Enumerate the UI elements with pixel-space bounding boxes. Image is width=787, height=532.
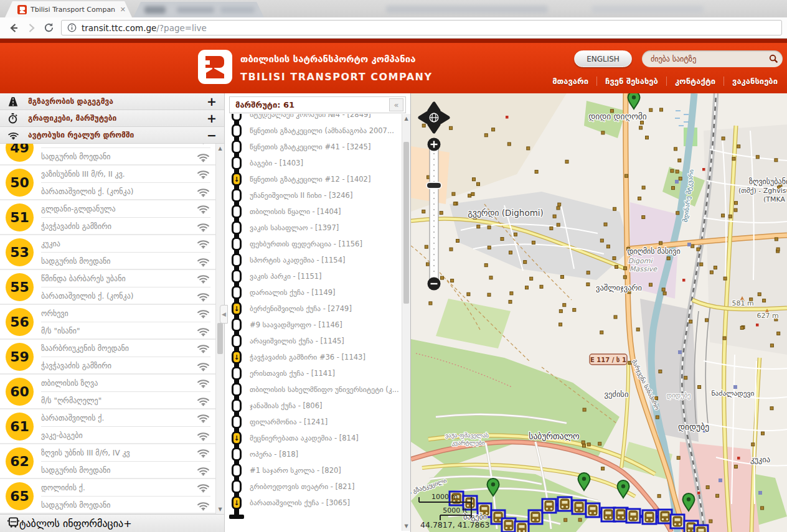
wifi-icon[interactable] <box>196 152 210 162</box>
bus-stop-dot-icon[interactable] <box>777 332 780 335</box>
bus-stop-dot-icon[interactable] <box>714 266 717 269</box>
bus-stop-dot-icon[interactable] <box>761 432 765 435</box>
wifi-icon[interactable] <box>196 238 210 249</box>
bus-stop-dot-icon[interactable] <box>514 233 517 236</box>
bus-stop-dot-icon[interactable] <box>601 131 605 134</box>
bus-stop-dot-icon[interactable] <box>477 225 480 228</box>
bus-stop-dot-icon[interactable] <box>638 197 641 200</box>
bus-stop-dot-icon[interactable] <box>623 276 626 279</box>
bus-stop-dot-icon[interactable] <box>691 245 694 248</box>
scroll-down-icon[interactable]: ▼ <box>216 506 224 512</box>
ttc-logo[interactable] <box>198 50 232 84</box>
bus-stop-dot-icon[interactable] <box>684 376 687 380</box>
scroll-up-icon[interactable]: ▲ <box>216 146 224 151</box>
bus-stop-dot-icon[interactable] <box>676 170 679 173</box>
wifi-icon[interactable] <box>196 203 210 214</box>
bus-stop-dot-icon[interactable] <box>471 192 474 195</box>
wifi-icon[interactable] <box>196 256 210 267</box>
bus-stop-dot-icon[interactable] <box>583 408 586 411</box>
bus-stop-dot-icon[interactable] <box>606 245 610 248</box>
bus-stop-dot-icon[interactable] <box>550 227 553 230</box>
wifi-icon[interactable] <box>196 378 210 388</box>
route-item[interactable]: 51გლდანი-გლდანულაჭავჭავაძის გამზირი <box>0 200 215 235</box>
route-endpoint[interactable]: დოლიძის ქ. <box>41 479 210 497</box>
wifi-icon[interactable] <box>196 396 210 406</box>
route-endpoint[interactable]: თბილისის ზღვა <box>41 375 210 392</box>
bus-stop-dot-icon[interactable] <box>429 302 432 305</box>
search-icon[interactable] <box>764 54 783 63</box>
route-stop-icon[interactable] <box>643 510 656 524</box>
bus-stop-dot-icon[interactable] <box>674 147 677 151</box>
bus-stop-dot-icon[interactable] <box>649 108 653 111</box>
back-icon[interactable] <box>5 19 22 37</box>
route-endpoint[interactable]: ბარათაშვილის ქ. (კონკა) <box>41 183 210 200</box>
route-item[interactable]: 61ბარათაშვილის ქ.ვაკე-ბაგები <box>0 409 215 444</box>
wifi-icon[interactable] <box>196 291 210 302</box>
wifi-icon[interactable] <box>196 447 210 458</box>
bus-stop-dot-icon[interactable] <box>587 271 590 274</box>
bus-stop-dot-icon[interactable] <box>510 292 513 295</box>
bus-stop-dot-icon[interactable] <box>679 177 682 180</box>
bus-stop-dot-icon[interactable] <box>614 315 617 319</box>
bus-stop-dot-icon[interactable] <box>564 518 567 521</box>
bus-stop-dot-icon[interactable] <box>557 223 560 226</box>
bus-stop-dot-icon[interactable] <box>425 245 428 248</box>
bus-stop-dot-icon[interactable] <box>642 216 645 219</box>
nav-item-contact[interactable]: კონტაქტი <box>667 77 724 86</box>
bus-stop-dot-icon[interactable] <box>489 276 492 279</box>
stop-row[interactable]: ვაკის პარკი - [1151] <box>225 268 402 284</box>
route-endpoint[interactable]: სადგურის მოედანი <box>41 253 210 270</box>
bus-stop-dot-icon[interactable] <box>535 170 538 174</box>
stop-row[interactable]: ჭავჭავაძის გამზირი #36 - [1143] <box>225 349 402 365</box>
wifi-icon[interactable] <box>196 361 210 371</box>
stop-row[interactable]: ფეხბურთის ფედერაცია - [1156] <box>225 236 402 252</box>
forward-icon[interactable] <box>22 19 40 37</box>
bus-stop-dot-icon[interactable] <box>737 145 740 148</box>
stop-row[interactable]: წყნეთის გზატკეცილი #41 - [3245] <box>225 139 402 155</box>
route-endpoint[interactable]: ჭავჭავაძის გამზირი <box>41 218 210 235</box>
wifi-icon[interactable] <box>196 465 210 476</box>
route-endpoint[interactable]: ვაზისუბნის III მ/რ, II კვ. <box>41 166 210 183</box>
bus-stop-dot-icon[interactable] <box>649 283 653 286</box>
stop-row[interactable]: თბილისის სახელმწიფო უნივერსიტეტი (კ... <box>225 381 402 398</box>
wifi-icon[interactable] <box>196 343 210 353</box>
stop-row[interactable]: სპორტის აკადემია - [1154] <box>225 252 402 268</box>
bus-stop-dot-icon[interactable] <box>662 288 665 291</box>
bus-stop-dot-icon[interactable] <box>735 202 738 205</box>
bus-stop-dot-icon[interactable] <box>468 194 471 197</box>
bus-stop-dot-icon[interactable] <box>672 187 675 190</box>
stop-row[interactable]: #9 საავადმყოფო - [1146] <box>225 317 402 333</box>
scrollbar-thumb[interactable] <box>403 142 409 304</box>
bus-stop-dot-icon[interactable] <box>582 441 585 444</box>
bus-stop-dot-icon[interactable] <box>706 486 709 489</box>
bus-stop-dot-icon[interactable] <box>613 207 616 210</box>
bus-stop-dot-icon[interactable] <box>758 292 761 296</box>
bus-stop-dot-icon[interactable] <box>671 169 674 172</box>
bus-stop-dot-icon[interactable] <box>488 293 491 296</box>
reload-icon[interactable] <box>40 19 57 37</box>
bus-stop-dot-icon[interactable] <box>532 241 535 244</box>
bus-stop-dot-icon[interactable] <box>525 286 529 289</box>
wifi-icon[interactable] <box>196 169 210 179</box>
bus-stop-dot-icon[interactable] <box>492 128 495 131</box>
bus-stop-dot-icon[interactable] <box>488 226 491 229</box>
bus-stop-dot-icon[interactable] <box>553 215 556 218</box>
bus-stop-dot-icon[interactable] <box>565 160 568 163</box>
bus-stop-dot-icon[interactable] <box>676 212 679 215</box>
bus-stop-dot-icon[interactable] <box>540 285 543 288</box>
bus-stop-dot-icon[interactable] <box>723 337 726 340</box>
zoom-slider-thumb[interactable] <box>426 182 441 189</box>
bus-stop-dot-icon[interactable] <box>663 292 666 295</box>
route-item[interactable]: 56ორხევიმ/ს "ისანი" <box>0 305 215 340</box>
route-item[interactable]: 55წმინდა ბარბარეს უბანიბარათაშვილის ქ. (… <box>0 270 215 305</box>
bus-stop-dot-icon[interactable] <box>770 344 773 347</box>
route-stop-icon[interactable] <box>694 525 708 532</box>
bus-stop-dot-icon[interactable] <box>600 239 603 242</box>
stop-row[interactable]: ოპერა - [818] <box>225 446 402 462</box>
route-stop-icon[interactable] <box>671 515 684 528</box>
bus-stop-dot-icon[interactable] <box>422 124 425 127</box>
bus-stop-dot-icon[interactable] <box>600 331 603 334</box>
stop-row[interactable]: ერისთავის ქუჩა - [1141] <box>225 365 402 381</box>
wifi-icon[interactable] <box>196 431 210 441</box>
route-stop-icon[interactable] <box>626 509 640 523</box>
